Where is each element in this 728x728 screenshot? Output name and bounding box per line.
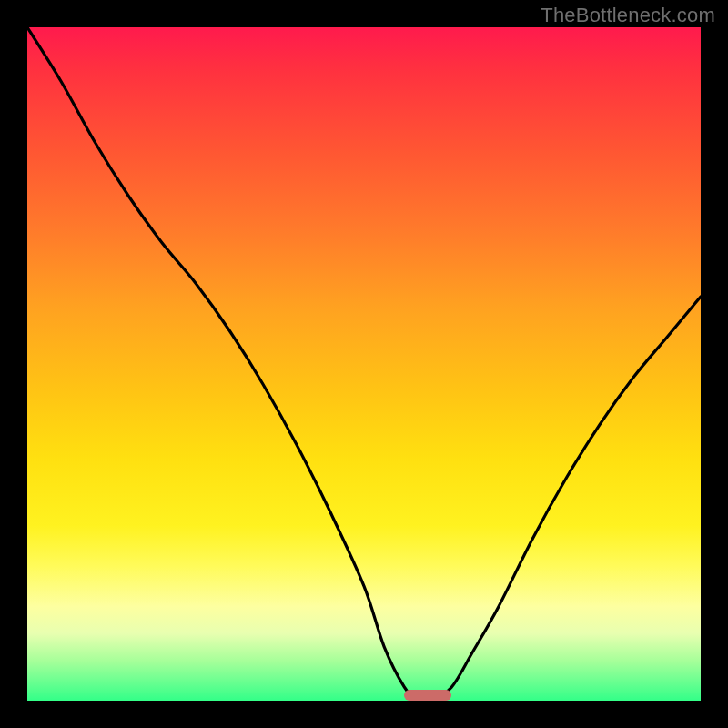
plot-area [27, 27, 701, 701]
watermark-text: TheBottleneck.com [541, 4, 715, 27]
chart-frame: TheBottleneck.com [0, 0, 728, 728]
bottleneck-curve [27, 27, 701, 701]
optimal-range-marker [404, 690, 451, 701]
